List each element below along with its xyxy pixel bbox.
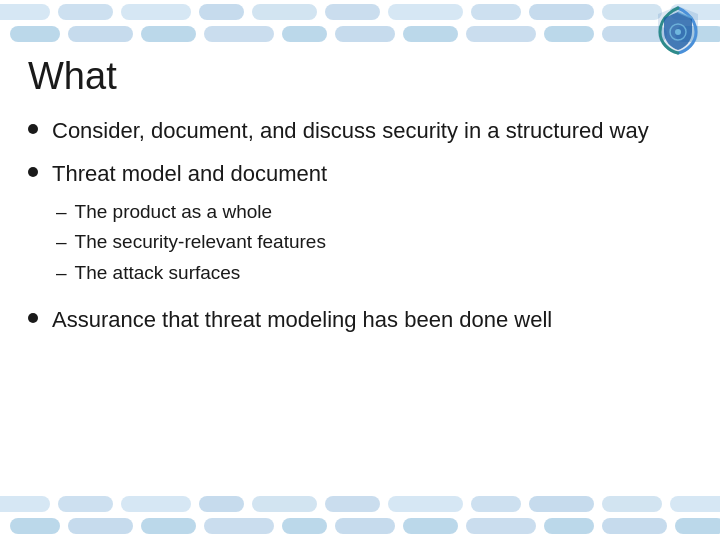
sub-item-text: The attack surfaces [75, 259, 241, 288]
svg-rect-11 [10, 26, 60, 42]
svg-rect-28 [388, 496, 463, 512]
list-item: Assurance that threat modeling has been … [28, 305, 692, 336]
bullet-list: Consider, document, and discuss security… [28, 116, 692, 336]
svg-rect-34 [68, 518, 133, 534]
bullet-dot [28, 313, 38, 323]
svg-rect-27 [325, 496, 380, 512]
svg-rect-5 [325, 4, 380, 20]
svg-rect-30 [529, 496, 594, 512]
slide-content: What Consider, document, and discuss sec… [28, 55, 692, 485]
bullet-text: Assurance that threat modeling has been … [52, 305, 552, 336]
svg-rect-33 [10, 518, 60, 534]
svg-rect-29 [471, 496, 521, 512]
svg-rect-23 [58, 496, 113, 512]
svg-rect-39 [403, 518, 458, 534]
svg-rect-25 [199, 496, 244, 512]
svg-rect-40 [466, 518, 536, 534]
svg-rect-14 [204, 26, 274, 42]
svg-rect-3 [199, 4, 244, 20]
svg-rect-17 [403, 26, 458, 42]
svg-rect-12 [68, 26, 133, 42]
svg-rect-18 [466, 26, 536, 42]
list-item: – The product as a whole [56, 198, 326, 227]
sub-dash: – [56, 228, 67, 257]
bottom-banner [0, 492, 720, 540]
bullet-dot [28, 124, 38, 134]
svg-rect-19 [544, 26, 594, 42]
svg-rect-42 [602, 518, 667, 534]
svg-rect-41 [544, 518, 594, 534]
sub-content: – The product as a whole – The security-… [52, 194, 326, 290]
sub-list: – The product as a whole – The security-… [56, 198, 326, 288]
bullet-dot [28, 167, 38, 177]
bullet-text: Consider, document, and discuss security… [52, 116, 649, 147]
list-item: Consider, document, and discuss security… [28, 116, 692, 147]
list-item: – The attack surfaces [56, 259, 326, 288]
svg-rect-6 [388, 4, 463, 20]
list-item: – The security-relevant features [56, 228, 326, 257]
svg-rect-26 [252, 496, 317, 512]
svg-rect-16 [335, 26, 395, 42]
sub-dash: – [56, 198, 67, 227]
svg-rect-4 [252, 4, 317, 20]
shield-icon [652, 4, 704, 56]
svg-rect-32 [670, 496, 720, 512]
svg-rect-8 [529, 4, 594, 20]
svg-rect-31 [602, 496, 662, 512]
bullet-row: Threat model and document [28, 159, 327, 190]
svg-rect-7 [471, 4, 521, 20]
bullet-text: Threat model and document [52, 159, 327, 190]
svg-rect-15 [282, 26, 327, 42]
svg-rect-37 [282, 518, 327, 534]
svg-rect-36 [204, 518, 274, 534]
sub-dash: – [56, 259, 67, 288]
svg-rect-24 [121, 496, 191, 512]
svg-rect-22 [0, 496, 50, 512]
svg-rect-1 [58, 4, 113, 20]
svg-rect-2 [121, 4, 191, 20]
svg-rect-38 [335, 518, 395, 534]
svg-rect-0 [0, 4, 50, 20]
svg-rect-35 [141, 518, 196, 534]
svg-point-45 [675, 29, 681, 35]
sub-item-text: The security-relevant features [75, 228, 326, 257]
slide-title: What [28, 55, 692, 98]
svg-rect-43 [675, 518, 720, 534]
top-banner [0, 0, 720, 48]
sub-item-text: The product as a whole [75, 198, 273, 227]
svg-rect-13 [141, 26, 196, 42]
list-item: Threat model and document – The product … [28, 159, 692, 289]
